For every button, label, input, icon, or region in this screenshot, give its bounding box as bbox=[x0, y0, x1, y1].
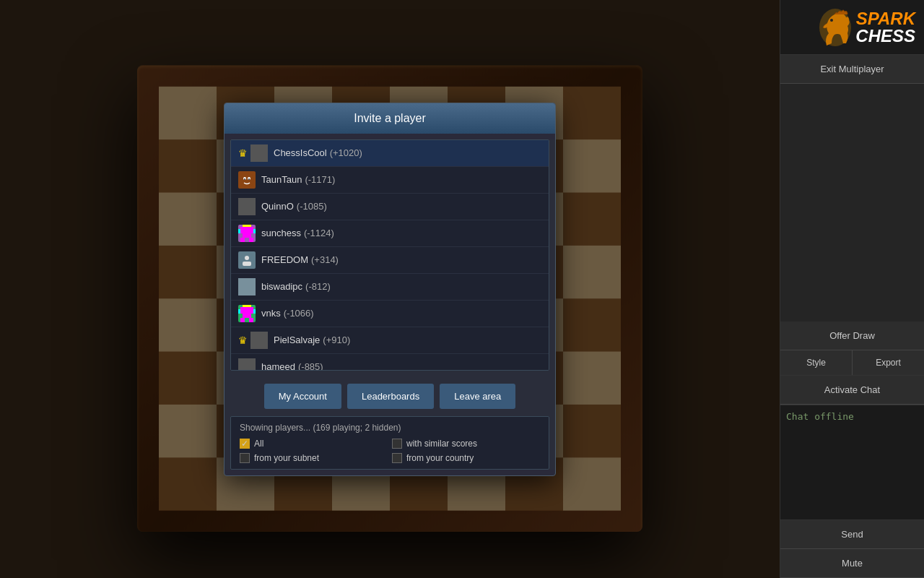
svg-rect-24 bbox=[249, 318, 253, 322]
svg-rect-22 bbox=[243, 314, 251, 318]
main-area: Invite a player ♛ChessIsCool(+1020)TaunT… bbox=[0, 0, 780, 578]
player-score: (+314) bbox=[311, 254, 339, 265]
crown-icon: ♛ bbox=[238, 335, 248, 346]
player-list-item[interactable]: ♛PielSalvaje(+910) bbox=[231, 327, 549, 354]
filter-item[interactable]: ✓ All bbox=[240, 439, 388, 449]
offer-draw-button[interactable]: Offer Draw bbox=[780, 322, 924, 350]
svg-rect-20 bbox=[238, 309, 240, 314]
player-avatar bbox=[238, 171, 256, 189]
player-list-item[interactable]: TaunTaun(-1171) bbox=[231, 167, 549, 194]
player-name: PielSalvaje bbox=[274, 335, 320, 345]
svg-point-5 bbox=[248, 178, 250, 180]
filter-item[interactable]: with similar scores bbox=[392, 439, 540, 449]
filter-checkbox[interactable] bbox=[392, 439, 402, 449]
player-list[interactable]: ♛ChessIsCool(+1020)TaunTaun(-1171)QuinnO… bbox=[230, 139, 549, 371]
svg-point-15 bbox=[245, 256, 249, 260]
filter-section: Showing players... (169 playing; 2 hidde… bbox=[230, 416, 549, 470]
sidebar-logo: SPARK CHESS bbox=[780, 0, 924, 55]
invite-player-modal: Invite a player ♛ChessIsCool(+1020)TaunT… bbox=[224, 103, 556, 476]
filter-checkbox[interactable] bbox=[392, 453, 402, 463]
player-name: QuinnO bbox=[261, 201, 294, 212]
filter-title: Showing players... (169 playing; 2 hidde… bbox=[240, 423, 540, 433]
player-list-item[interactable]: FREEDOM(+314) bbox=[231, 247, 549, 274]
player-avatar bbox=[238, 251, 256, 269]
svg-point-35 bbox=[830, 19, 833, 22]
my-account-button[interactable]: My Account bbox=[264, 384, 341, 409]
svg-rect-11 bbox=[243, 233, 251, 238]
player-avatar bbox=[238, 198, 256, 215]
svg-point-4 bbox=[244, 178, 245, 180]
sidebar-style-export-row: Style Export bbox=[780, 350, 924, 376]
filter-label: from your country bbox=[406, 453, 474, 463]
player-name: vnks bbox=[261, 308, 281, 319]
leaderboards-button[interactable]: Leaderboards bbox=[347, 384, 434, 409]
filter-grid: ✓ All with similar scores from your subn… bbox=[240, 439, 540, 463]
modal-buttons: My Account Leaderboards Leave area bbox=[225, 376, 555, 416]
svg-rect-6 bbox=[238, 198, 256, 215]
svg-rect-8 bbox=[240, 227, 253, 233]
filter-checkbox[interactable] bbox=[240, 453, 250, 463]
svg-rect-25 bbox=[250, 332, 268, 349]
player-avatar bbox=[238, 225, 256, 242]
horse-icon bbox=[816, 6, 855, 49]
filter-item[interactable]: from your subnet bbox=[240, 453, 388, 463]
player-score: (-1124) bbox=[304, 228, 334, 238]
crown-icon: ♛ bbox=[238, 147, 248, 159]
player-score: (+1020) bbox=[330, 147, 362, 158]
player-score: (-1066) bbox=[284, 308, 314, 319]
player-list-item[interactable]: vnks(-1066) bbox=[231, 301, 549, 327]
filter-label: from your subnet bbox=[254, 453, 319, 463]
send-button[interactable]: Send bbox=[780, 520, 924, 549]
svg-rect-23 bbox=[240, 318, 245, 322]
chat-input-area[interactable] bbox=[780, 491, 924, 520]
player-avatar bbox=[250, 332, 268, 349]
export-button[interactable]: Export bbox=[853, 350, 924, 375]
modal-overlay: Invite a player ♛ChessIsCool(+1020)TaunT… bbox=[0, 0, 780, 578]
chat-offline-text: Chat offline bbox=[780, 405, 924, 428]
activate-chat-button[interactable]: Activate Chat bbox=[780, 376, 924, 405]
player-avatar bbox=[238, 358, 256, 371]
modal-title: Invite a player bbox=[354, 112, 426, 124]
svg-rect-10 bbox=[253, 229, 256, 233]
player-name: FREEDOM bbox=[261, 254, 308, 265]
svg-rect-26 bbox=[238, 358, 256, 371]
exit-multiplayer-button[interactable]: Exit Multiplayer bbox=[780, 55, 924, 84]
sidebar: SPARK CHESS Exit Multiplayer Offer Draw … bbox=[780, 0, 924, 578]
player-list-item[interactable]: hameed(-885) bbox=[231, 354, 549, 371]
player-avatar bbox=[250, 144, 268, 162]
svg-rect-17 bbox=[238, 278, 256, 296]
player-name: TaunTaun bbox=[261, 174, 302, 185]
player-score: (-1171) bbox=[305, 174, 335, 185]
player-score: (-812) bbox=[305, 281, 331, 292]
player-score: (+910) bbox=[323, 335, 350, 345]
svg-rect-13 bbox=[249, 238, 253, 242]
filter-item[interactable]: from your country bbox=[392, 453, 540, 463]
style-button[interactable]: Style bbox=[780, 350, 853, 375]
player-avatar bbox=[238, 305, 256, 322]
modal-header: Invite a player bbox=[225, 103, 555, 134]
logo-chess: CHESS bbox=[855, 27, 915, 45]
svg-rect-7 bbox=[243, 225, 251, 227]
svg-rect-12 bbox=[240, 238, 245, 242]
svg-rect-0 bbox=[250, 144, 268, 162]
filter-checkbox[interactable]: ✓ bbox=[240, 439, 250, 449]
sidebar-spacer bbox=[780, 84, 924, 322]
mute-button[interactable]: Mute bbox=[780, 549, 924, 578]
player-list-item[interactable]: biswadipc(-812) bbox=[231, 274, 549, 301]
player-name: ChessIsCool bbox=[274, 147, 327, 158]
svg-rect-18 bbox=[243, 305, 251, 307]
player-name: sunchess bbox=[261, 228, 301, 238]
filter-label: with similar scores bbox=[406, 439, 477, 449]
chat-area: Chat offline bbox=[780, 405, 924, 491]
svg-rect-9 bbox=[238, 229, 240, 233]
player-avatar bbox=[238, 278, 256, 296]
player-score: (-885) bbox=[298, 361, 323, 371]
svg-rect-19 bbox=[240, 307, 253, 314]
leave-area-button[interactable]: Leave area bbox=[440, 384, 515, 409]
player-name: biswadipc bbox=[261, 281, 302, 292]
player-list-item[interactable]: ♛ChessIsCool(+1020) bbox=[231, 140, 549, 167]
svg-rect-21 bbox=[253, 309, 256, 314]
player-list-item[interactable]: QuinnO(-1085) bbox=[231, 194, 549, 220]
player-list-item[interactable]: sunchess(-1124) bbox=[231, 220, 549, 247]
svg-rect-16 bbox=[243, 262, 251, 266]
